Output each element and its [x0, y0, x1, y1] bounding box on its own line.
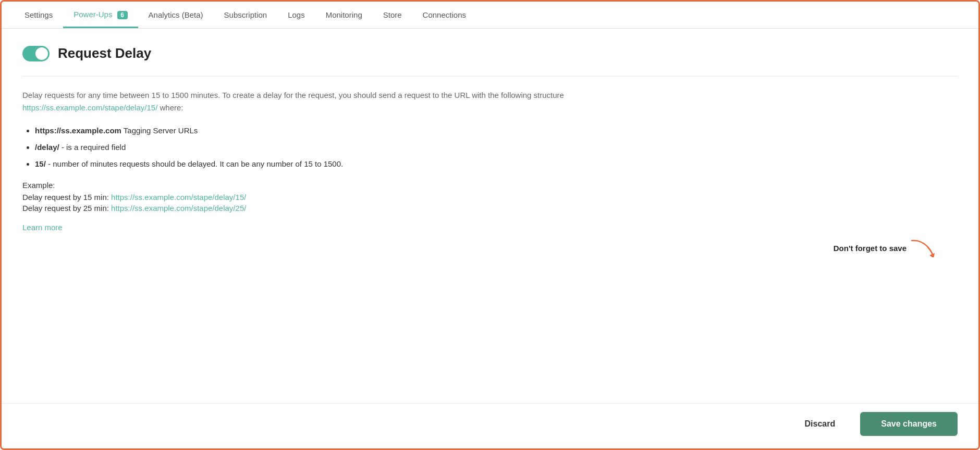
intro-link[interactable]: https://ss.example.com/stape/delay/15/: [22, 103, 157, 112]
feature-title: Request Delay: [58, 45, 151, 61]
bullet-list: https://ss.example.com Tagging Server UR…: [35, 124, 596, 170]
example-25-line: Delay request by 25 min: https://ss.exam…: [22, 204, 596, 213]
page-wrapper: Settings Power-Ups 6 Analytics (Beta) Su…: [0, 0, 980, 450]
arrow-icon: [911, 239, 937, 257]
example-15-line: Delay request by 15 min: https://ss.exam…: [22, 193, 596, 202]
learn-more-link[interactable]: Learn more: [22, 223, 63, 232]
tabs-bar: Settings Power-Ups 6 Analytics (Beta) Su…: [2, 2, 978, 29]
save-reminder-area: Don't forget to save: [22, 232, 958, 259]
tab-store[interactable]: Store: [373, 2, 412, 28]
intro-paragraph: Delay requests for any time between 15 t…: [22, 89, 596, 114]
tab-monitoring[interactable]: Monitoring: [315, 2, 373, 28]
tab-logs[interactable]: Logs: [277, 2, 315, 28]
request-delay-toggle[interactable]: [22, 46, 50, 61]
main-content: Request Delay Delay requests for any tim…: [2, 29, 978, 448]
save-reminder-text: Don't forget to save: [834, 244, 906, 253]
power-ups-badge: 6: [117, 11, 128, 19]
example-block: Example: Delay request by 15 min: https:…: [22, 181, 596, 213]
section-divider: [22, 76, 958, 77]
bullet-item-1: https://ss.example.com Tagging Server UR…: [35, 124, 596, 137]
description-area: Delay requests for any time between 15 t…: [22, 89, 596, 232]
feature-header: Request Delay: [22, 45, 958, 61]
save-changes-button[interactable]: Save changes: [860, 412, 958, 436]
example-25-link[interactable]: https://ss.example.com/stape/delay/25/: [111, 204, 246, 213]
tab-subscription[interactable]: Subscription: [214, 2, 278, 28]
bullet-item-3: 15/ - number of minutes requests should …: [35, 158, 596, 170]
example-label: Example:: [22, 181, 596, 190]
content-section: Request Delay Delay requests for any tim…: [2, 29, 978, 403]
example-15-link[interactable]: https://ss.example.com/stape/delay/15/: [111, 193, 246, 202]
tab-analytics[interactable]: Analytics (Beta): [138, 2, 214, 28]
footer-bar: Discard Save changes: [2, 403, 978, 448]
tab-settings[interactable]: Settings: [14, 2, 63, 28]
tab-connections[interactable]: Connections: [412, 2, 476, 28]
discard-button[interactable]: Discard: [788, 412, 852, 436]
bullet-item-2: /delay/ - is a required field: [35, 141, 596, 154]
tab-power-ups[interactable]: Power-Ups 6: [63, 2, 138, 28]
